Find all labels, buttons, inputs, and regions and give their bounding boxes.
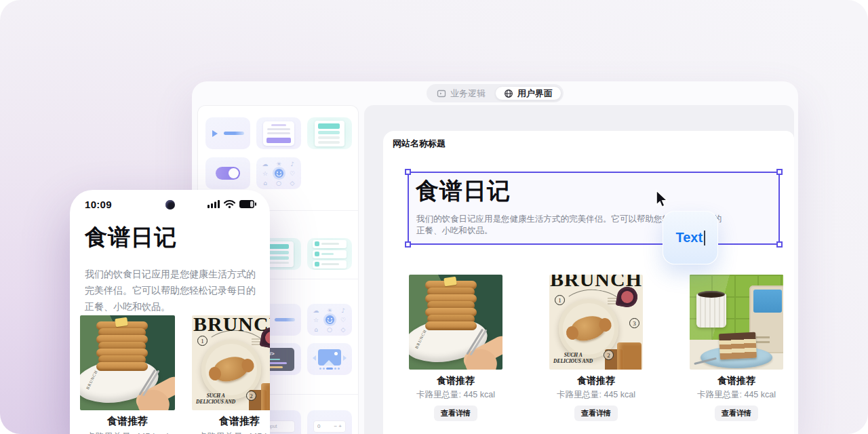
resize-handle-bottom-left[interactable] (405, 241, 411, 248)
progress-bar (275, 318, 295, 321)
badge-3: 3 (629, 318, 639, 328)
status-time: 10:09 (85, 199, 112, 210)
minus-icon: − (334, 423, 337, 429)
builder-window: 业务逻辑 用户界面 (192, 81, 798, 434)
view-details-button[interactable]: 查看详情 (715, 406, 758, 421)
brunch-caption-1: SUCH A (553, 352, 593, 358)
recipe-card[interactable]: BRUNCH 1 3 2 SUCH A DELICIOUS AND (549, 275, 643, 421)
wifi-icon (224, 200, 235, 208)
signal-icon (208, 200, 220, 208)
phone-preview: 10:09 (70, 190, 270, 434)
palette-tile-checklist[interactable] (307, 238, 352, 270)
view-details-button[interactable]: 查看详情 (574, 406, 618, 421)
recipe-card-title: 食谱推荐 (192, 415, 270, 428)
pancakes-photo: BRUNCH (409, 275, 502, 370)
phone-recipe-card[interactable]: BRUNCH 食谱推荐 卡路里总量: 445 kcal (80, 315, 175, 434)
artboard[interactable]: 网站名称标题 食谱日记 我们的饮食日记应用是您健康生活方式的完美伴侣。它可以帮助… (383, 131, 794, 434)
recipe-card-title: 食谱推荐 (80, 415, 175, 428)
palette-tile-stepper[interactable]: 0 − + (307, 410, 352, 434)
recipe-card-calories: 卡路里总量: 445 kcal (549, 389, 643, 401)
pancakes-photo: BRUNCH (80, 315, 175, 410)
brunch-caption-2: DELICIOUS AND (196, 399, 235, 405)
view-switcher: 业务逻辑 用户界面 (427, 84, 564, 102)
progress-bar (224, 132, 244, 135)
home-icon: ⌂ (263, 180, 267, 186)
home-icon: ⌂ (314, 326, 318, 333)
smiley-icon (326, 315, 334, 324)
palette-tile-image-carousel[interactable] (307, 343, 352, 375)
hero-title: 食谱日记 (416, 176, 511, 207)
badge-1: 1 (197, 336, 208, 346)
heart-icon: ♡ (290, 170, 295, 177)
tab-business-logic-label: 业务逻辑 (450, 87, 486, 100)
canvas-area: 网站名称标题 食谱日记 我们的饮食日记应用是您健康生活方式的完美伴侣。它可以帮助… (364, 105, 794, 434)
tab-user-interface-label: 用户界面 (517, 87, 553, 100)
text-tool-tooltip: Text (663, 211, 718, 264)
note-icon: ♪ (290, 161, 294, 167)
palette-tile-media-player[interactable] (205, 117, 250, 149)
view-details-button[interactable]: 查看详情 (434, 406, 477, 421)
phone-hero-description: 我们的饮食日记应用是您健康生活方式的完美伴侣。它可以帮助您轻松记录每日的正餐、小… (85, 266, 260, 315)
brunch-photo: BRUNCH 1 2 SUCH A DELICIOUS AND (192, 315, 270, 410)
palette-tile-icon-picker-2[interactable]: ☁ ☀ ♪ ☆ ♡ ⌂ ○ ◇ (307, 304, 352, 336)
resize-handle-top-left[interactable] (405, 169, 411, 175)
top-tab-bar: 业务逻辑 用户界面 (192, 81, 798, 104)
recipe-card-calories: 卡路里总量: 445 kcal (192, 431, 270, 434)
phone-recipe-card[interactable]: BRUNCH 1 2 SUCH A DELICIOUS AND 食谱推荐 卡路里… (192, 315, 270, 434)
brunch-caption-2: DELICIOUS AND (553, 358, 593, 364)
cloud-icon: ☁ (262, 161, 269, 167)
palette-tile-form[interactable] (256, 117, 301, 149)
stepper-value: 0 (317, 423, 320, 429)
camera-dot (165, 200, 175, 210)
sun-icon: ☀ (327, 307, 332, 314)
text-tool-label: Text (675, 230, 703, 245)
palette-tile-icon-picker[interactable]: ☁ ☀ ♪ ☆ ♡ ⌂ ○ ◇ (256, 157, 301, 189)
phone-hero-title: 食谱日记 (85, 222, 177, 253)
stepper-controls: − + (334, 423, 342, 429)
brunch-photo: BRUNCH 1 3 2 SUCH A DELICIOUS AND (549, 275, 643, 370)
resize-handle-top-right[interactable] (776, 169, 783, 175)
recipe-card-calories: 卡路里总量: 445 kcal (409, 389, 502, 401)
diamond-icon: ◇ (290, 180, 295, 186)
note-icon: ♪ (341, 307, 345, 314)
play-icon (212, 130, 221, 137)
resize-handle-bottom-right[interactable] (776, 241, 783, 248)
palette-tile-article[interactable] (307, 117, 352, 149)
cloud-icon: ☁ (313, 307, 319, 314)
globe-icon (504, 89, 513, 98)
recipe-card[interactable]: 食谱推荐 卡路里总量: 445 kcal 查看详情 (690, 275, 783, 421)
recipe-card-title: 食谱推荐 (549, 375, 643, 387)
recipe-card-title: 食谱推荐 (409, 375, 502, 387)
code-icon: </> (267, 351, 291, 357)
sun-icon: ☀ (276, 161, 281, 167)
heart-icon: ♡ (340, 317, 346, 323)
star-icon: ☆ (262, 170, 268, 177)
selected-text-block[interactable]: 食谱日记 我们的饮食日记应用是您健康生活方式的完美伴侣。它可以帮助您轻松记录每日… (408, 172, 780, 245)
icon-picker-art: ☁ ☀ ♪ ☆ ♡ ⌂ ○ ◇ (260, 159, 297, 187)
brunch-caption-1: SUCH A (196, 393, 235, 399)
recipe-card[interactable]: BRUNCH 食谱推荐 卡路里总量: 445 kcal 查看详情 (409, 275, 502, 421)
phone-status-bar: 10:09 (70, 190, 270, 217)
badge-1: 1 (555, 295, 565, 305)
circle-icon: ○ (276, 180, 281, 186)
app-preview-stage: 业务逻辑 用户界面 (0, 0, 868, 434)
flow-icon (437, 89, 446, 98)
smiley-icon (275, 169, 283, 178)
carousel-art (318, 349, 341, 370)
section-label: 网站名称标题 (393, 138, 446, 150)
toggle-art (216, 167, 240, 180)
tab-business-logic[interactable]: 业务逻辑 (429, 86, 494, 100)
palette-tile-toggle[interactable] (205, 157, 250, 189)
diamond-icon: ◇ (341, 326, 346, 333)
stepper-art: 0 − + (313, 420, 346, 433)
tab-user-interface[interactable]: 用户界面 (495, 86, 561, 100)
recipe-card-calories: 卡路里总量: 445 kcal (80, 431, 175, 434)
plus-icon: + (338, 423, 342, 429)
badge-2: 2 (246, 391, 256, 401)
form-art (263, 121, 294, 146)
circle-icon: ○ (327, 326, 332, 333)
arrow-right-icon (343, 355, 349, 361)
recipe-card-calories: 卡路里总量: 445 kcal (690, 389, 783, 401)
battery-icon (239, 200, 256, 208)
tiramisu-photo (690, 275, 783, 370)
